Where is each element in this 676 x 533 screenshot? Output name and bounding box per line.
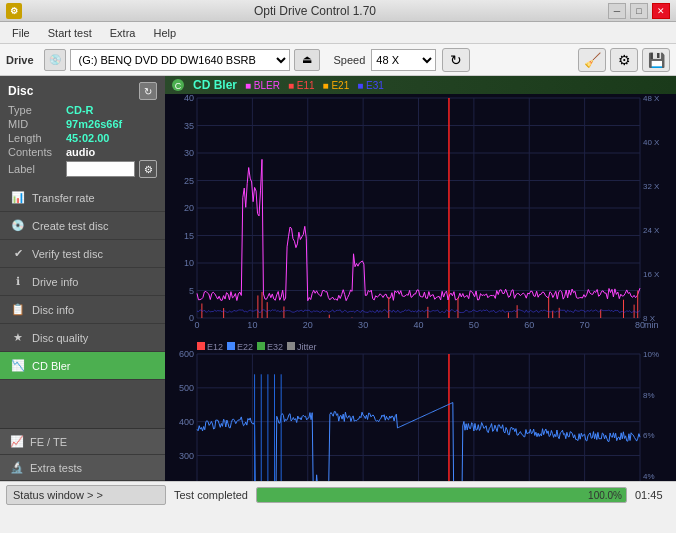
disc-info-icon: 📋 xyxy=(10,302,26,318)
progress-bar: 100.0% xyxy=(256,487,627,503)
menu-extra[interactable]: Extra xyxy=(102,25,144,41)
app-icon: ⚙ xyxy=(6,3,22,19)
nav-create-disc-label: Create test disc xyxy=(32,220,108,232)
drive-icon: 💿 xyxy=(44,49,66,71)
window-controls: ─ □ ✕ xyxy=(608,3,670,19)
window-title: Opti Drive Control 1.70 xyxy=(22,4,608,18)
maximize-button[interactable]: □ xyxy=(630,3,648,19)
contents-label: Contents xyxy=(8,146,66,158)
nav-extra-tests-label: Extra tests xyxy=(30,462,82,474)
label-key: Label xyxy=(8,163,66,175)
close-button[interactable]: ✕ xyxy=(652,3,670,19)
legend-bler: ■ BLER xyxy=(245,80,280,91)
main-layout: Disc ↻ Type CD-R MID 97m26s66f Length 45… xyxy=(0,76,676,481)
nav-verify-test-disc[interactable]: ✔ Verify test disc xyxy=(0,240,165,268)
sidebar-nav: 📊 Transfer rate 💿 Create test disc ✔ Ver… xyxy=(0,184,165,428)
drive-info-icon: ℹ xyxy=(10,274,26,290)
disc-refresh-button[interactable]: ↻ xyxy=(139,82,157,100)
status-text: Test completed xyxy=(174,489,248,501)
menu-bar: File Start test Extra Help xyxy=(0,22,676,44)
save-button[interactable]: 💾 xyxy=(642,48,670,72)
nav-cd-bler-label: CD Bler xyxy=(32,360,71,372)
status-window-button[interactable]: Status window > > xyxy=(6,485,166,505)
menu-file[interactable]: File xyxy=(4,25,38,41)
verify-disc-icon: ✔ xyxy=(10,246,26,262)
drive-select[interactable]: (G:) BENQ DVD DD DW1640 BSRB xyxy=(70,49,290,71)
label-settings-button[interactable]: ⚙ xyxy=(139,160,157,178)
nav-fe-te-label: FE / TE xyxy=(30,436,67,448)
nav-disc-quality[interactable]: ★ Disc quality xyxy=(0,324,165,352)
content-area: C CD Bler ■ BLER ■ E11 ■ E21 ■ E31 xyxy=(165,76,676,481)
nav-disc-quality-label: Disc quality xyxy=(32,332,88,344)
type-label: Type xyxy=(8,104,66,116)
mid-label: MID xyxy=(8,118,66,130)
nav-extra-tests[interactable]: 🔬 Extra tests xyxy=(0,455,165,481)
svg-text:C: C xyxy=(175,81,182,91)
time-display: 01:45 xyxy=(635,489,670,501)
length-value: 45:02.00 xyxy=(66,132,109,144)
nav-cd-bler[interactable]: 📉 CD Bler xyxy=(0,352,165,380)
sidebar-bottom: 📈 FE / TE 🔬 Extra tests xyxy=(0,428,165,481)
menu-help[interactable]: Help xyxy=(145,25,184,41)
length-label: Length xyxy=(8,132,66,144)
toolbar: Drive 💿 (G:) BENQ DVD DD DW1640 BSRB ⏏ S… xyxy=(0,44,676,76)
nav-transfer-rate-label: Transfer rate xyxy=(32,192,95,204)
nav-create-test-disc[interactable]: 💿 Create test disc xyxy=(0,212,165,240)
disc-quality-icon: ★ xyxy=(10,330,26,346)
extra-tests-icon: 🔬 xyxy=(10,461,24,474)
type-value: CD-R xyxy=(66,104,94,116)
nav-disc-info[interactable]: 📋 Disc info xyxy=(0,296,165,324)
speed-select[interactable]: 48 X xyxy=(371,49,436,71)
nav-fe-te[interactable]: 📈 FE / TE xyxy=(0,429,165,455)
progress-label: 100.0% xyxy=(588,489,622,500)
fe-te-icon: 📈 xyxy=(10,435,24,448)
settings-button[interactable]: ⚙ xyxy=(610,48,638,72)
disc-panel: Disc ↻ Type CD-R MID 97m26s66f Length 45… xyxy=(0,76,165,184)
legend-e21: ■ E21 xyxy=(323,80,350,91)
legend-e11: ■ E11 xyxy=(288,80,315,91)
refresh-button[interactable]: ↻ xyxy=(442,48,470,72)
sidebar: Disc ↻ Type CD-R MID 97m26s66f Length 45… xyxy=(0,76,165,481)
label-value[interactable] xyxy=(66,161,136,177)
chart-title: CD Bler xyxy=(193,78,237,92)
eject-button[interactable]: ⏏ xyxy=(294,49,320,71)
drive-selector-wrap: 💿 (G:) BENQ DVD DD DW1640 BSRB ⏏ xyxy=(44,49,320,71)
drive-label: Drive xyxy=(6,54,34,66)
speed-label: Speed xyxy=(334,54,366,66)
nav-drive-info-label: Drive info xyxy=(32,276,78,288)
title-bar: ⚙ Opti Drive Control 1.70 ─ □ ✕ xyxy=(0,0,676,22)
chart2-canvas xyxy=(165,340,676,481)
nav-disc-info-label: Disc info xyxy=(32,304,74,316)
nav-drive-info[interactable]: ℹ Drive info xyxy=(0,268,165,296)
progress-fill xyxy=(257,488,626,502)
create-disc-icon: 💿 xyxy=(10,218,26,234)
nav-transfer-rate[interactable]: 📊 Transfer rate xyxy=(0,184,165,212)
status-bar: Status window > > Test completed 100.0% … xyxy=(0,481,676,507)
eraser-button[interactable]: 🧹 xyxy=(578,48,606,72)
cd-bler-icon: 📉 xyxy=(10,358,26,374)
toolbar-right: 🧹 ⚙ 💾 xyxy=(578,48,670,72)
disc-title: Disc xyxy=(8,84,33,98)
legend-e31: ■ E31 xyxy=(357,80,384,91)
chart1-canvas xyxy=(165,94,676,336)
menu-start-test[interactable]: Start test xyxy=(40,25,100,41)
status-window-label: Status window > > xyxy=(13,489,103,501)
mid-value: 97m26s66f xyxy=(66,118,122,130)
nav-verify-disc-label: Verify test disc xyxy=(32,248,103,260)
contents-value: audio xyxy=(66,146,95,158)
transfer-rate-icon: 📊 xyxy=(10,190,26,206)
minimize-button[interactable]: ─ xyxy=(608,3,626,19)
chart-title-bar: C CD Bler ■ BLER ■ E11 ■ E21 ■ E31 xyxy=(165,76,676,94)
